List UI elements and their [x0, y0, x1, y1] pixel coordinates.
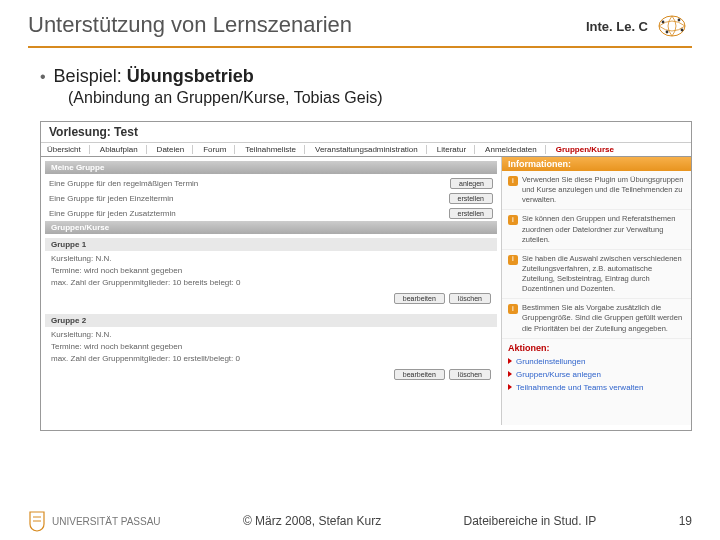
aktionen-header: Aktionen: [502, 339, 691, 355]
anlegen-button[interactable]: anlegen [450, 178, 493, 189]
info-icon: i [508, 176, 518, 186]
info-icon: i [508, 304, 518, 314]
info-item: iSie haben die Auswahl zwischen verschie… [502, 250, 691, 300]
tab-literatur[interactable]: Literatur [437, 145, 475, 154]
university-logo: UNIVERSITÄT PASSAU [28, 510, 161, 532]
page-number: 19 [679, 514, 692, 528]
bullet-text: Beispiel: Übungsbetrieb [54, 66, 254, 87]
svg-point-2 [678, 19, 681, 22]
play-icon [508, 358, 512, 364]
info-item: iBestimmen Sie als Vorgabe zusätzlich di… [502, 299, 691, 338]
info-header: Informationen: [502, 157, 691, 171]
group-body: Kursleitung: N.N. Termine: wird noch bek… [45, 327, 497, 367]
aktion-grundeinstellungen[interactable]: Grundeinstellungen [502, 355, 691, 368]
info-item: iSie können den Gruppen und Referatsthem… [502, 210, 691, 249]
bullet-subtext: (Anbindung an Gruppen/Kurse, Tobias Geis… [68, 89, 692, 107]
play-icon [508, 384, 512, 390]
svg-point-1 [662, 21, 665, 24]
aktion-teams-verwalten[interactable]: Teilnahmende und Teams verwalten [502, 381, 691, 394]
tab-uebersicht[interactable]: Übersicht [47, 145, 90, 154]
shield-icon [28, 510, 46, 532]
group-header: Gruppe 2 [45, 314, 497, 327]
bearbeiten-button[interactable]: bearbeiten [394, 369, 445, 380]
footer-copyright: © März 2008, Stefan Kurz [243, 514, 381, 528]
svg-point-0 [659, 16, 685, 36]
aktion-gruppen-anlegen[interactable]: Gruppen/Kurse anlegen [502, 368, 691, 381]
tab-ablaufplan[interactable]: Ablaufplan [100, 145, 147, 154]
group-header: Gruppe 1 [45, 238, 497, 251]
erstellen-button[interactable]: erstellen [449, 193, 493, 204]
info-item: iVerwenden Sie diese Plugin um Übungsgru… [502, 171, 691, 210]
play-icon [508, 371, 512, 377]
intelec-logo: Inte. Le. C [586, 12, 692, 40]
tab-teilnahmeliste[interactable]: Teilnahmeliste [245, 145, 305, 154]
tab-bar: Übersicht Ablaufplan Dateien Forum Teiln… [41, 143, 691, 157]
erstellen-button[interactable]: erstellen [449, 208, 493, 219]
create-row: Eine Gruppe für jeden Zusatztermin erste… [45, 206, 497, 221]
info-icon: i [508, 255, 518, 265]
app-screenshot: Vorlesung: Test Übersicht Ablaufplan Dat… [40, 121, 692, 431]
footer-center: Dateibereiche in Stud. IP [464, 514, 597, 528]
section-gruppen-kurse: Gruppen/Kurse [45, 221, 497, 234]
svg-point-4 [666, 31, 669, 34]
tab-forum[interactable]: Forum [203, 145, 235, 154]
loeschen-button[interactable]: löschen [449, 293, 491, 304]
bearbeiten-button[interactable]: bearbeiten [394, 293, 445, 304]
section-meine-gruppe: Meine Gruppe [45, 161, 497, 174]
slide-title: Unterstützung von Lernszenarien [28, 12, 352, 38]
tab-gruppen-kurse[interactable]: Gruppen/Kurse [556, 145, 622, 154]
svg-point-3 [681, 29, 684, 32]
info-icon: i [508, 215, 518, 225]
create-row: Eine Gruppe für den regelmäßigen Termin … [45, 176, 497, 191]
info-panel: Informationen: iVerwenden Sie diese Plug… [501, 157, 691, 425]
bullet-dot: • [40, 68, 46, 86]
loeschen-button[interactable]: löschen [449, 369, 491, 380]
tab-anmeldedaten[interactable]: Anmeldedaten [485, 145, 546, 154]
globe-icon [652, 12, 692, 40]
create-row: Eine Gruppe für jeden Einzeltermin erste… [45, 191, 497, 206]
tab-dateien[interactable]: Dateien [157, 145, 194, 154]
tab-administration[interactable]: Veranstaltungsadministration [315, 145, 427, 154]
main-panel: Meine Gruppe Eine Gruppe für den regelmä… [41, 157, 501, 425]
lecture-title: Vorlesung: Test [41, 122, 691, 143]
group-body: Kursleitung: N.N. Termine: wird noch bek… [45, 251, 497, 291]
